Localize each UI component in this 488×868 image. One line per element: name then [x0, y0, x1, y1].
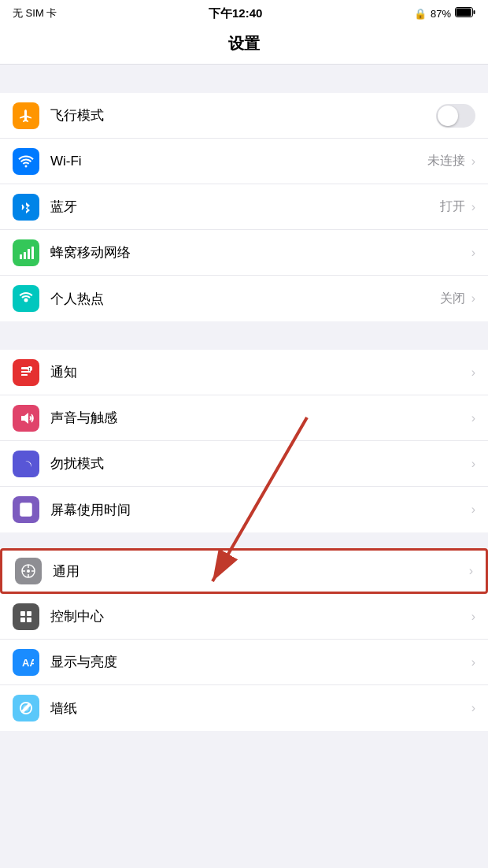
section-gap-1: [0, 65, 488, 93]
row-display[interactable]: AA 显示与亮度 ›: [0, 640, 488, 685]
display-svg: AA: [18, 655, 34, 670]
hotspot-value: 关闭: [440, 291, 465, 307]
group-network: 飞行模式 Wi-Fi 未连接 › 蓝牙 打开 ›: [0, 93, 488, 321]
row-hotspot[interactable]: 个人热点 关闭 ›: [0, 276, 488, 321]
group-general: 通用 › 控制中心 › AA 显示与亮度 ›: [0, 548, 488, 731]
wifi-chevron: ›: [471, 154, 475, 169]
hotspot-svg: [18, 291, 34, 306]
svg-point-7: [24, 299, 28, 302]
battery-percent: 87%: [431, 8, 451, 20]
row-wifi[interactable]: Wi-Fi 未连接 ›: [0, 139, 488, 184]
svg-rect-3: [20, 254, 22, 259]
cellular-chevron: ›: [471, 246, 475, 260]
general-svg: [20, 563, 36, 579]
hotspot-label: 个人热点: [50, 290, 440, 308]
bluetooth-value: 打开: [440, 198, 465, 215]
svg-rect-25: [27, 611, 31, 616]
row-dnd[interactable]: 勿扰模式 ›: [0, 441, 488, 487]
display-label: 显示与亮度: [50, 653, 470, 671]
display-icon-bg: AA: [13, 649, 39, 676]
controlcenter-icon-bg: [13, 603, 39, 630]
controlcenter-svg: [18, 609, 34, 625]
display-chevron: ›: [471, 655, 475, 670]
screentime-chevron: ›: [471, 503, 475, 517]
svg-rect-24: [20, 611, 25, 616]
airplane-icon-bg: [13, 102, 39, 129]
airplane-toggle-knob: [438, 106, 458, 126]
bluetooth-chevron: ›: [471, 200, 475, 214]
sounds-label: 声音与触感: [50, 409, 470, 427]
controlcenter-chevron: ›: [471, 610, 475, 624]
airplane-label: 飞行模式: [50, 106, 436, 124]
group-system: ! 通知 › 声音与触感 › 勿扰模式 ›: [0, 350, 488, 532]
svg-rect-26: [20, 618, 25, 622]
svg-point-19: [27, 569, 30, 573]
dnd-svg: [18, 456, 34, 472]
cellular-label: 蜂窝移动网络: [50, 243, 470, 262]
wallpaper-chevron: ›: [471, 701, 475, 715]
row-sounds[interactable]: 声音与触感 ›: [0, 395, 488, 441]
lock-icon: 🔒: [414, 8, 427, 20]
row-controlcenter[interactable]: 控制中心 ›: [0, 594, 488, 640]
time: 下午12:40: [209, 6, 262, 21]
wallpaper-icon-bg: [13, 695, 39, 721]
dnd-label: 勿扰模式: [50, 454, 470, 473]
section-gap-3: [0, 532, 488, 548]
wallpaper-svg: [18, 700, 34, 716]
row-airplane[interactable]: 飞行模式: [0, 93, 488, 139]
status-right: 🔒 87%: [414, 7, 475, 20]
notifications-icon-bg: !: [13, 359, 39, 386]
controlcenter-label: 控制中心: [50, 607, 470, 625]
airplane-svg: [18, 108, 34, 124]
cellular-icon-bg: [13, 239, 39, 266]
screentime-icon-bg: [13, 496, 39, 523]
wifi-label: Wi-Fi: [50, 154, 427, 169]
hotspot-chevron: ›: [471, 291, 475, 306]
dnd-chevron: ›: [471, 457, 475, 471]
bluetooth-icon-bg: [13, 194, 39, 221]
cellular-svg: [18, 245, 34, 261]
general-icon-bg: [15, 558, 42, 584]
status-bar: 无 SIM 卡 下午12:40 🔒 87%: [0, 0, 488, 25]
svg-rect-27: [27, 618, 31, 622]
wifi-icon-bg: [13, 148, 39, 175]
wallpaper-label: 墙纸: [50, 699, 470, 718]
page-title-bar: 设置: [0, 25, 488, 65]
sounds-icon-bg: [13, 405, 39, 432]
sim-status: 无 SIM 卡: [13, 6, 57, 20]
svg-rect-4: [24, 252, 26, 259]
svg-rect-1: [457, 9, 471, 17]
bluetooth-svg: [18, 199, 34, 215]
wifi-value: 未连接: [427, 153, 465, 169]
row-cellular[interactable]: 蜂窝移动网络 ›: [0, 230, 488, 276]
sounds-chevron: ›: [471, 411, 475, 425]
wifi-svg: [18, 154, 34, 169]
screentime-label: 屏幕使用时间: [50, 501, 470, 519]
svg-rect-6: [31, 247, 34, 259]
battery-icon: [455, 7, 475, 20]
row-bluetooth[interactable]: 蓝牙 打开 ›: [0, 184, 488, 230]
page-title: 设置: [228, 35, 260, 52]
notifications-label: 通知: [50, 363, 470, 381]
section-gap-2: [0, 321, 488, 350]
notifications-chevron: ›: [471, 365, 475, 380]
general-chevron: ›: [469, 564, 473, 578]
notifications-svg: !: [18, 365, 34, 380]
bluetooth-label: 蓝牙: [50, 198, 440, 216]
svg-rect-10: [21, 374, 28, 376]
svg-marker-14: [21, 413, 28, 424]
hotspot-icon-bg: [13, 285, 39, 312]
airplane-toggle[interactable]: [436, 104, 475, 128]
svg-rect-2: [474, 10, 475, 14]
row-notifications[interactable]: ! 通知 ›: [0, 350, 488, 395]
row-screentime[interactable]: 屏幕使用时间 ›: [0, 487, 488, 532]
screentime-svg: [18, 502, 34, 517]
svg-rect-5: [28, 249, 30, 259]
general-label: 通用: [53, 562, 468, 581]
sounds-svg: [18, 410, 34, 426]
row-wallpaper[interactable]: 墙纸 ›: [0, 685, 488, 731]
row-general[interactable]: 通用 ›: [0, 548, 488, 594]
svg-text:AA: AA: [22, 657, 34, 669]
dnd-icon-bg: [13, 451, 39, 477]
